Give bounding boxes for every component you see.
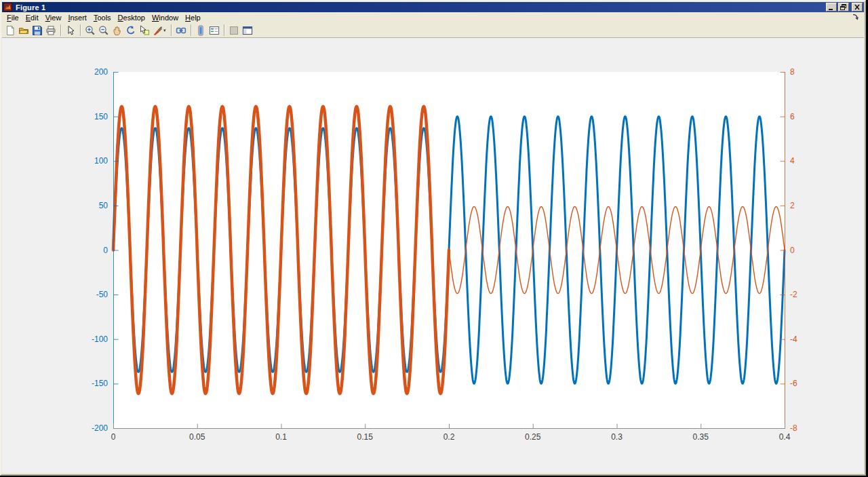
left-axis-tick-label: 100 xyxy=(94,156,108,166)
insert-colorbar-button[interactable] xyxy=(194,24,208,37)
matlab-logo-icon xyxy=(3,3,12,12)
left-axis-tick-label: 150 xyxy=(94,112,108,121)
new-figure-button[interactable] xyxy=(3,24,17,37)
dropdown-caret-icon[interactable]: ▾ xyxy=(163,28,168,33)
data-cursor-icon xyxy=(139,25,150,36)
dock-figure-arrow-icon[interactable] xyxy=(852,13,860,21)
rotate-3d-button[interactable] xyxy=(124,24,138,37)
show-plot-tools-button[interactable] xyxy=(241,24,254,37)
right-axis-tick-label: 8 xyxy=(790,67,795,77)
edit-plot-button[interactable] xyxy=(64,24,77,37)
menu-item-window[interactable]: Window xyxy=(149,13,182,22)
link-plot-button[interactable] xyxy=(174,24,188,37)
menu-item-desktop[interactable]: Desktop xyxy=(115,13,149,22)
x-axis-tick-label: 0.35 xyxy=(693,432,709,442)
x-axis-tick-label: 0.25 xyxy=(525,432,541,442)
menu-item-help[interactable]: Help xyxy=(182,13,204,22)
toolbar: ▾ xyxy=(2,23,864,38)
right-axis-tick-label: 6 xyxy=(790,112,795,121)
menu-item-edit[interactable]: Edit xyxy=(22,13,42,22)
left-axis-tick-label: 200 xyxy=(94,67,108,77)
plot: 200150100500-50-100-150-20086420-2-4-6-8… xyxy=(2,38,864,473)
toolbar-separator xyxy=(60,24,62,36)
close-button[interactable] xyxy=(852,3,863,12)
toolbar-separator xyxy=(80,24,81,36)
legend-icon xyxy=(209,25,220,36)
brush-data-button[interactable] xyxy=(151,24,165,37)
x-axis-tick-label: 0.2 xyxy=(443,432,455,442)
zoom-out-button[interactable] xyxy=(97,24,111,37)
pan-button[interactable] xyxy=(111,24,124,37)
colorbar-icon xyxy=(195,25,206,36)
close-icon xyxy=(853,3,861,11)
menu-item-view[interactable]: View xyxy=(42,13,65,22)
x-axis-tick-label: 0.05 xyxy=(189,432,205,442)
minimize-icon xyxy=(827,3,835,11)
zoom-in-button[interactable] xyxy=(83,24,97,37)
right-axis-tick-label: -8 xyxy=(790,423,797,433)
x-axis-tick-label: 0.1 xyxy=(275,432,287,442)
toolbar-separator xyxy=(171,24,172,36)
right-axis-tick-label: 0 xyxy=(790,246,795,255)
pointer-arrow-icon xyxy=(65,25,76,36)
minimize-button[interactable] xyxy=(826,3,837,12)
insert-legend-button[interactable] xyxy=(208,24,221,37)
brush-icon xyxy=(153,25,163,36)
open-folder-icon xyxy=(18,25,29,36)
restore-button[interactable] xyxy=(838,3,849,12)
figure-canvas: 200150100500-50-100-150-20086420-2-4-6-8… xyxy=(2,38,864,473)
toolbar-separator xyxy=(191,24,192,36)
show-plot-tools-dock-icon xyxy=(242,25,253,36)
pan-hand-icon xyxy=(112,25,123,36)
left-axis-tick-label: -100 xyxy=(92,335,108,344)
right-axis-tick-label: -6 xyxy=(790,379,797,388)
left-axis-tick-label: -200 xyxy=(92,423,108,433)
toolbar-separator xyxy=(224,24,225,36)
print-icon xyxy=(45,25,56,36)
zoom-out-icon xyxy=(98,25,109,36)
right-axis-tick-label: 2 xyxy=(790,201,795,210)
menu-item-insert[interactable]: Insert xyxy=(64,13,90,22)
window-controls xyxy=(825,3,863,12)
hide-plot-tools-button[interactable] xyxy=(227,24,241,37)
new-document-icon xyxy=(5,25,16,36)
left-axis-tick-label: 0 xyxy=(103,246,108,255)
restore-icon xyxy=(840,3,848,11)
x-axis-tick-label: 0.15 xyxy=(357,432,374,442)
rotate-3d-icon xyxy=(125,25,136,36)
x-axis-tick-label: 0.3 xyxy=(611,432,623,442)
link-plot-icon xyxy=(176,25,186,36)
title-bar: Figure 1 xyxy=(2,2,864,12)
figure-window: Figure 1 FileEditViewInsertToolsDesktopW… xyxy=(0,0,866,476)
left-axis-tick-label: -50 xyxy=(96,290,108,299)
x-axis-tick-label: 0.4 xyxy=(779,432,791,442)
menu-bar: FileEditViewInsertToolsDesktopWindowHelp xyxy=(2,12,864,23)
print-figure-button[interactable] xyxy=(44,24,58,37)
hide-plot-tools-icon xyxy=(229,25,239,36)
window-title: Figure 1 xyxy=(14,3,823,12)
right-axis-tick-label: -4 xyxy=(790,335,797,344)
open-file-button[interactable] xyxy=(17,24,31,37)
menu-item-file[interactable]: File xyxy=(3,13,22,22)
save-icon xyxy=(32,25,43,36)
left-axis-tick-label: -150 xyxy=(92,379,108,388)
save-figure-button[interactable] xyxy=(31,24,44,37)
data-cursor-button[interactable] xyxy=(138,24,151,37)
right-axis-tick-label: -2 xyxy=(790,290,797,299)
right-axis-tick-label: 4 xyxy=(790,156,795,166)
left-axis-tick-label: 50 xyxy=(99,201,108,210)
menu-item-tools[interactable]: Tools xyxy=(90,13,115,22)
zoom-in-icon xyxy=(85,25,96,36)
x-axis-tick-label: 0 xyxy=(111,432,116,442)
